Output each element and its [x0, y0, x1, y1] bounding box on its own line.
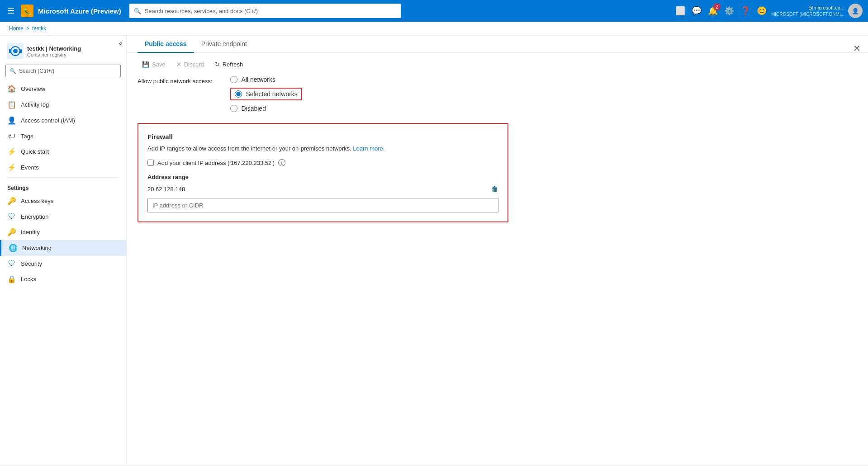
sidebar-item-encryption[interactable]: 🛡 Encryption [0, 209, 126, 224]
resource-icon [7, 43, 24, 59]
help-icon[interactable]: ❓ [740, 6, 750, 16]
user-org: MICROSOFT (MICROSOFT.ONMI... [771, 11, 844, 17]
settings-section-title: Settings [0, 179, 126, 193]
sidebar-collapse-button[interactable]: « [119, 39, 123, 47]
sidebar-label-encryption: Encryption [21, 213, 48, 220]
smiley-icon[interactable]: 😊 [757, 6, 767, 16]
radio-group: All networks Selected networks Disabled [230, 76, 302, 112]
breadcrumb-home[interactable]: Home [9, 25, 24, 32]
sidebar-label-identity: Identity [21, 229, 40, 235]
sidebar-item-overview[interactable]: 🏠 Overview [0, 81, 126, 97]
client-ip-label: Add your client IP address ('167.220.233… [157, 160, 275, 166]
sidebar-label-access-keys: Access keys [21, 198, 53, 204]
content-area: ✕ Public access Private endpoint 💾 Save … [127, 36, 868, 465]
discard-button[interactable]: ✕ Discard [172, 58, 209, 71]
sidebar-label-overview: Overview [21, 85, 45, 92]
main-layout: testkk | Networking Container registry 🔍… [0, 36, 868, 465]
nav-divider [7, 177, 119, 178]
sidebar-label-networking: Networking [22, 245, 52, 251]
save-button[interactable]: 💾 Save [138, 58, 170, 71]
info-icon[interactable]: ℹ [278, 159, 285, 166]
radio-selected-networks-input[interactable] [235, 90, 242, 98]
sidebar: testkk | Networking Container registry 🔍… [0, 36, 127, 465]
delete-icon: 🗑 [491, 185, 498, 193]
networking-icon: 🌐 [9, 244, 18, 252]
sidebar-label-locks: Locks [21, 276, 36, 282]
topbar-title: Microsoft Azure (Preview) [38, 7, 121, 15]
global-search[interactable]: 🔍 Search resources, services, and docs (… [129, 4, 401, 18]
address-range-row: 20.62.128.148 🗑 [147, 184, 498, 194]
notifications-button[interactable]: 🔔 2 [708, 6, 718, 16]
tab-private-endpoint[interactable]: Private endpoint [194, 36, 254, 53]
selected-networks-wrapper: Selected networks [230, 88, 302, 100]
network-access-label: Allow public network access: [138, 76, 212, 85]
sidebar-item-tags[interactable]: 🏷 Tags [0, 128, 126, 144]
sidebar-label-tags: Tags [21, 133, 33, 140]
notification-count: 2 [713, 3, 721, 10]
address-range-label: Address range [147, 174, 498, 180]
sidebar-item-security[interactable]: 🛡 Security [0, 256, 126, 271]
discard-icon: ✕ [176, 61, 181, 68]
radio-disabled-label: Disabled [241, 105, 266, 112]
tab-public-access[interactable]: Public access [138, 36, 194, 53]
sidebar-item-quickstart[interactable]: ⚡ Quick start [0, 144, 126, 160]
sidebar-item-events[interactable]: ⚡ Events [0, 160, 126, 175]
sidebar-item-iam[interactable]: 👤 Access control (IAM) [0, 113, 126, 128]
sidebar-item-networking[interactable]: 🌐 Networking [0, 240, 126, 256]
radio-selected-networks[interactable]: Selected networks [235, 90, 297, 98]
user-info: @microsoft.co... MICROSOFT (MICROSOFT.ON… [771, 5, 844, 17]
client-ip-checkbox[interactable] [147, 160, 154, 166]
quickstart-icon: ⚡ [7, 147, 16, 156]
sidebar-item-locks[interactable]: 🔒 Locks [0, 271, 126, 287]
resource-name: testkk | Networking [27, 45, 81, 52]
security-icon: 🛡 [7, 259, 16, 268]
user-email: @microsoft.co... [771, 5, 844, 11]
sidebar-item-activity-log[interactable]: 📋 Activity log [0, 97, 126, 113]
sidebar-item-access-keys[interactable]: 🔑 Access keys [0, 193, 126, 209]
access-keys-icon: 🔑 [7, 197, 16, 205]
search-icon: 🔍 [134, 8, 141, 14]
firewall-box: Firewall Add IP ranges to allow access f… [138, 123, 508, 222]
sidebar-label-iam: Access control (IAM) [21, 117, 75, 124]
radio-all-networks[interactable]: All networks [230, 76, 302, 83]
svg-rect-3 [9, 49, 11, 53]
hamburger-menu[interactable]: ☰ [5, 4, 16, 18]
identity-icon: 🔑 [7, 228, 16, 236]
sidebar-item-identity[interactable]: 🔑 Identity [0, 224, 126, 240]
client-ip-checkbox-row: Add your client IP address ('167.220.233… [147, 159, 498, 166]
breadcrumb: Home > testkk [0, 22, 868, 36]
refresh-icon: ↻ [215, 61, 220, 68]
overview-icon: 🏠 [7, 85, 16, 93]
close-button[interactable]: ✕ [853, 43, 861, 54]
cloud-shell-icon[interactable]: ⬜ [675, 6, 685, 16]
events-icon: ⚡ [7, 163, 16, 172]
ip-cidr-input[interactable] [147, 198, 498, 212]
tags-icon: 🏷 [7, 132, 16, 140]
network-access-row: Allow public network access: All network… [138, 76, 857, 112]
save-icon: 💾 [142, 61, 149, 68]
locks-icon: 🔒 [7, 275, 16, 283]
sidebar-search[interactable]: 🔍 Search (Ctrl+/) [5, 65, 121, 77]
topbar-icons: ⬜ 💬 🔔 2 ⚙️ ❓ 😊 [675, 6, 767, 16]
sidebar-header: testkk | Networking Container registry [0, 36, 126, 63]
search-placeholder-sidebar: Search (Ctrl+/) [19, 68, 54, 74]
avatar[interactable]: 👤 [848, 4, 863, 18]
firewall-description: Add IP ranges to allow access from the i… [147, 145, 498, 152]
radio-disabled-input[interactable] [230, 105, 237, 112]
search-icon-sidebar: 🔍 [9, 68, 16, 74]
feedback-icon[interactable]: 💬 [692, 6, 702, 16]
refresh-button[interactable]: ↻ Refresh [210, 58, 248, 71]
learn-more-link[interactable]: Learn more. [353, 145, 384, 152]
encryption-icon: 🛡 [7, 212, 16, 221]
radio-disabled[interactable]: Disabled [230, 105, 302, 112]
radio-selected-networks-label: Selected networks [246, 90, 297, 98]
breadcrumb-current[interactable]: testkk [32, 25, 46, 32]
svg-point-2 [13, 49, 18, 53]
delete-ip-button[interactable]: 🗑 [491, 185, 498, 193]
settings-icon[interactable]: ⚙️ [724, 6, 734, 16]
form-area: Allow public network access: All network… [127, 76, 868, 233]
radio-all-networks-input[interactable] [230, 76, 237, 83]
tabs: Public access Private endpoint [127, 36, 868, 53]
resource-subtitle: Container registry [27, 52, 81, 57]
svg-rect-4 [20, 49, 22, 53]
